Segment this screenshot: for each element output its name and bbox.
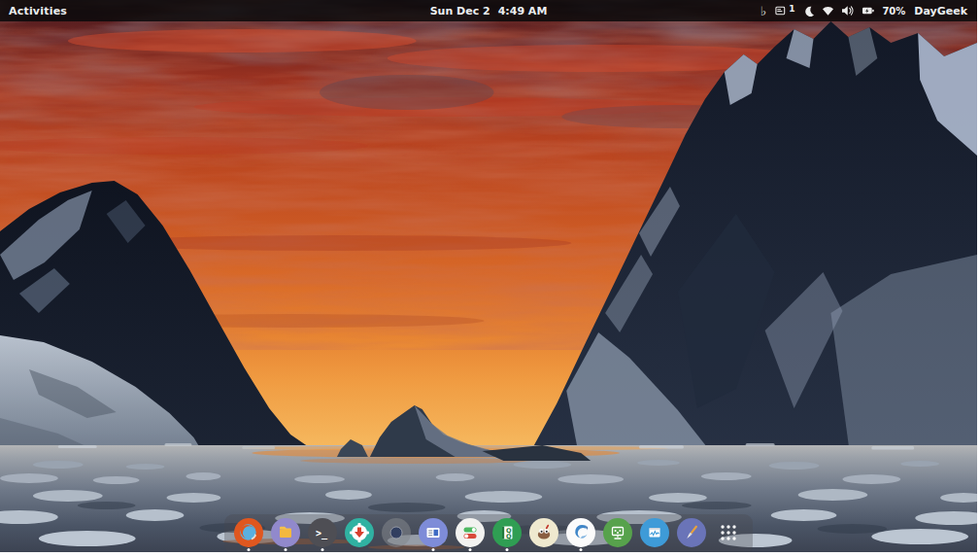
volume-icon xyxy=(841,5,855,17)
running-indicator xyxy=(285,548,287,551)
software-center-icon xyxy=(419,518,448,547)
system-status-area[interactable]: 70% xyxy=(803,5,905,17)
dock-item-terminal[interactable]: >_ xyxy=(308,518,337,551)
dock-item-software-updater[interactable] xyxy=(345,518,374,551)
window-icon xyxy=(775,5,787,17)
night-light-moon-icon xyxy=(803,5,815,17)
battery-charging-icon xyxy=(862,5,875,17)
wifi-icon xyxy=(822,5,834,17)
dock-item-gimp[interactable] xyxy=(529,518,558,551)
running-indicator xyxy=(469,548,472,551)
window-notification-indicator[interactable]: 1 xyxy=(775,5,794,17)
notification-count: 1 xyxy=(789,4,794,14)
blue-swirl-icon xyxy=(566,518,595,547)
dock-item-system-monitor[interactable] xyxy=(640,518,669,551)
gimp-icon xyxy=(529,518,558,547)
dock-item-files[interactable] xyxy=(271,518,300,551)
running-indicator xyxy=(506,548,509,551)
clock-date: Sun Dec 2 xyxy=(430,5,490,17)
dock-item-paint-app[interactable] xyxy=(677,518,706,551)
network-display-icon xyxy=(603,518,632,547)
user-menu[interactable]: DayGeek xyxy=(914,5,967,17)
svg-text:Q: Q xyxy=(506,532,512,540)
terminal-icon: >_ xyxy=(308,518,337,547)
pending-app-icon xyxy=(382,518,411,547)
dock-item-show-applications[interactable] xyxy=(714,518,743,551)
dock-item-tweaks[interactable] xyxy=(456,518,485,551)
battery-percent: 70% xyxy=(882,6,905,17)
running-indicator xyxy=(248,548,251,551)
software-updater-icon xyxy=(345,518,374,547)
running-indicator xyxy=(321,548,324,551)
running-indicator xyxy=(580,548,583,551)
dock: >_ xyxy=(224,514,753,552)
input-method-indicator-icon[interactable]: ♭ xyxy=(760,5,766,17)
dock-item-pending-app[interactable] xyxy=(382,518,411,551)
svg-text:>_: >_ xyxy=(316,528,328,540)
app-grid-icon xyxy=(714,518,743,547)
activities-button[interactable]: Activities xyxy=(9,5,67,17)
firefox-icon xyxy=(234,518,263,547)
ledger-icon: Q Q xyxy=(492,518,522,547)
clock-button[interactable]: Sun Dec 2 4:49 AM xyxy=(430,5,548,17)
tweaks-toggles-icon xyxy=(456,518,485,547)
dock-item-blue-swirl-app[interactable] xyxy=(566,518,595,551)
system-monitor-icon xyxy=(640,518,669,547)
paint-brush-icon xyxy=(677,518,706,547)
dock-item-accounting-ledger[interactable]: Q Q xyxy=(492,518,522,551)
running-indicator xyxy=(432,548,435,551)
clock-time: 4:49 AM xyxy=(498,5,548,17)
screen: Activities Sun Dec 2 4:49 AM ♭ 1 xyxy=(0,0,980,557)
dock-item-firefox[interactable] xyxy=(234,518,263,551)
dock-item-software-center[interactable] xyxy=(419,518,448,551)
files-folder-icon xyxy=(271,518,300,547)
top-bar: Activities Sun Dec 2 4:49 AM ♭ 1 xyxy=(0,0,977,21)
desktop[interactable]: Activities Sun Dec 2 4:49 AM ♭ 1 xyxy=(0,0,977,552)
wallpaper-antarctic-sunset xyxy=(0,0,977,552)
dock-item-network-display[interactable] xyxy=(603,518,632,551)
